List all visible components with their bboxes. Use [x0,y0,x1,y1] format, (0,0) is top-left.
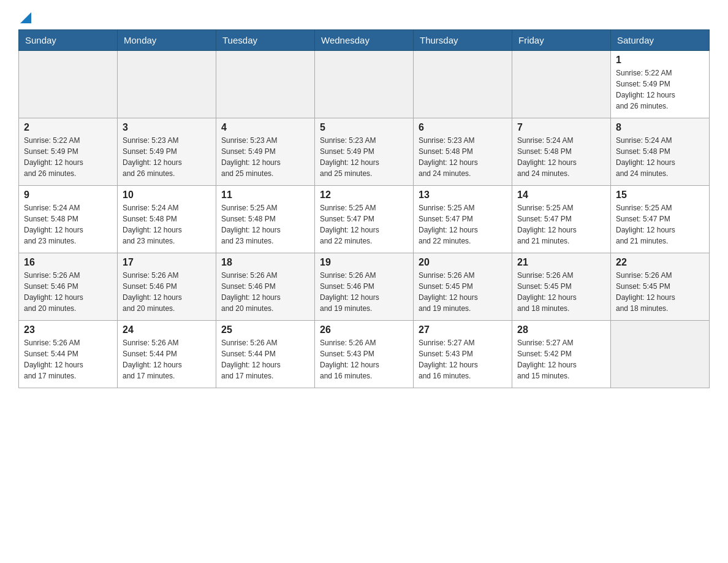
day-info: Sunrise: 5:23 AM Sunset: 5:49 PM Dayligh… [320,135,408,179]
day-number: 14 [517,190,605,201]
day-info: Sunrise: 5:24 AM Sunset: 5:48 PM Dayligh… [24,202,112,247]
calendar-cell: 26Sunrise: 5:26 AM Sunset: 5:43 PM Dayli… [315,321,414,388]
calendar-week-row: 9Sunrise: 5:24 AM Sunset: 5:48 PM Daylig… [19,186,710,253]
logo [18,12,31,23]
day-number: 5 [320,122,408,133]
day-info: Sunrise: 5:25 AM Sunset: 5:47 PM Dayligh… [616,202,704,247]
day-info: Sunrise: 5:26 AM Sunset: 5:46 PM Dayligh… [320,270,408,314]
calendar-cell: 23Sunrise: 5:26 AM Sunset: 5:44 PM Dayli… [19,321,118,388]
column-header-monday: Monday [118,30,216,51]
calendar-cell [118,51,216,118]
day-info: Sunrise: 5:23 AM Sunset: 5:48 PM Dayligh… [419,135,507,179]
calendar-cell: 18Sunrise: 5:26 AM Sunset: 5:46 PM Dayli… [216,253,315,321]
calendar-cell: 19Sunrise: 5:26 AM Sunset: 5:46 PM Dayli… [315,253,414,321]
logo-triangle-icon [20,12,31,23]
calendar-cell: 28Sunrise: 5:27 AM Sunset: 5:42 PM Dayli… [512,321,611,388]
day-number: 17 [123,257,211,268]
calendar-cell: 10Sunrise: 5:24 AM Sunset: 5:48 PM Dayli… [118,186,216,253]
calendar-cell: 9Sunrise: 5:24 AM Sunset: 5:48 PM Daylig… [19,186,118,253]
column-header-thursday: Thursday [414,30,512,51]
calendar-cell: 17Sunrise: 5:26 AM Sunset: 5:46 PM Dayli… [118,253,216,321]
day-number: 11 [221,190,309,201]
calendar-cell: 22Sunrise: 5:26 AM Sunset: 5:45 PM Dayli… [611,253,710,321]
day-info: Sunrise: 5:25 AM Sunset: 5:47 PM Dayligh… [320,202,408,247]
calendar-cell: 2Sunrise: 5:22 AM Sunset: 5:49 PM Daylig… [19,118,118,186]
calendar-week-row: 2Sunrise: 5:22 AM Sunset: 5:49 PM Daylig… [19,118,710,186]
column-header-wednesday: Wednesday [315,30,414,51]
day-number: 16 [24,257,112,268]
day-info: Sunrise: 5:23 AM Sunset: 5:49 PM Dayligh… [221,135,309,179]
calendar-cell: 21Sunrise: 5:26 AM Sunset: 5:45 PM Dayli… [512,253,611,321]
day-number: 9 [24,190,112,201]
day-info: Sunrise: 5:26 AM Sunset: 5:45 PM Dayligh… [616,270,704,314]
day-info: Sunrise: 5:26 AM Sunset: 5:45 PM Dayligh… [419,270,507,314]
day-number: 21 [517,257,605,268]
calendar-cell [414,51,512,118]
day-info: Sunrise: 5:26 AM Sunset: 5:46 PM Dayligh… [24,270,112,314]
day-info: Sunrise: 5:26 AM Sunset: 5:43 PM Dayligh… [320,337,408,381]
calendar-cell: 4Sunrise: 5:23 AM Sunset: 5:49 PM Daylig… [216,118,315,186]
day-info: Sunrise: 5:26 AM Sunset: 5:46 PM Dayligh… [123,270,211,314]
day-number: 24 [123,324,211,335]
day-number: 3 [123,122,211,133]
calendar-cell: 20Sunrise: 5:26 AM Sunset: 5:45 PM Dayli… [414,253,512,321]
day-info: Sunrise: 5:27 AM Sunset: 5:43 PM Dayligh… [419,337,507,381]
calendar-cell: 16Sunrise: 5:26 AM Sunset: 5:46 PM Dayli… [19,253,118,321]
day-number: 1 [616,55,704,66]
calendar-week-row: 23Sunrise: 5:26 AM Sunset: 5:44 PM Dayli… [19,321,710,388]
calendar-cell: 3Sunrise: 5:23 AM Sunset: 5:49 PM Daylig… [118,118,216,186]
day-info: Sunrise: 5:23 AM Sunset: 5:49 PM Dayligh… [123,135,211,179]
day-info: Sunrise: 5:26 AM Sunset: 5:44 PM Dayligh… [24,337,112,381]
day-number: 10 [123,190,211,201]
day-info: Sunrise: 5:24 AM Sunset: 5:48 PM Dayligh… [616,135,704,179]
calendar-table: SundayMondayTuesdayWednesdayThursdayFrid… [18,29,710,388]
day-number: 6 [419,122,507,133]
day-info: Sunrise: 5:26 AM Sunset: 5:44 PM Dayligh… [123,337,211,381]
calendar-header-row: SundayMondayTuesdayWednesdayThursdayFrid… [19,30,710,51]
day-number: 28 [517,324,605,335]
day-info: Sunrise: 5:27 AM Sunset: 5:42 PM Dayligh… [517,337,605,381]
calendar-cell: 8Sunrise: 5:24 AM Sunset: 5:48 PM Daylig… [611,118,710,186]
column-header-friday: Friday [512,30,611,51]
day-number: 25 [221,324,309,335]
calendar-cell: 12Sunrise: 5:25 AM Sunset: 5:47 PM Dayli… [315,186,414,253]
calendar-cell: 5Sunrise: 5:23 AM Sunset: 5:49 PM Daylig… [315,118,414,186]
calendar-cell [19,51,118,118]
day-number: 27 [419,324,507,335]
column-header-sunday: Sunday [19,30,118,51]
calendar-cell: 11Sunrise: 5:25 AM Sunset: 5:48 PM Dayli… [216,186,315,253]
day-number: 18 [221,257,309,268]
day-info: Sunrise: 5:24 AM Sunset: 5:48 PM Dayligh… [123,202,211,247]
calendar-week-row: 16Sunrise: 5:26 AM Sunset: 5:46 PM Dayli… [19,253,710,321]
column-header-tuesday: Tuesday [216,30,315,51]
day-info: Sunrise: 5:26 AM Sunset: 5:44 PM Dayligh… [221,337,309,381]
calendar-cell: 24Sunrise: 5:26 AM Sunset: 5:44 PM Dayli… [118,321,216,388]
day-info: Sunrise: 5:25 AM Sunset: 5:47 PM Dayligh… [517,202,605,247]
day-number: 7 [517,122,605,133]
day-info: Sunrise: 5:25 AM Sunset: 5:47 PM Dayligh… [419,202,507,247]
calendar-cell [611,321,710,388]
day-number: 19 [320,257,408,268]
calendar-cell [512,51,611,118]
day-number: 22 [616,257,704,268]
day-info: Sunrise: 5:22 AM Sunset: 5:49 PM Dayligh… [616,67,704,112]
calendar-cell [216,51,315,118]
calendar-cell: 14Sunrise: 5:25 AM Sunset: 5:47 PM Dayli… [512,186,611,253]
calendar-cell: 1Sunrise: 5:22 AM Sunset: 5:49 PM Daylig… [611,51,710,118]
calendar-cell: 27Sunrise: 5:27 AM Sunset: 5:43 PM Dayli… [414,321,512,388]
day-number: 2 [24,122,112,133]
day-number: 23 [24,324,112,335]
calendar-cell: 25Sunrise: 5:26 AM Sunset: 5:44 PM Dayli… [216,321,315,388]
calendar-cell [315,51,414,118]
calendar-cell: 7Sunrise: 5:24 AM Sunset: 5:48 PM Daylig… [512,118,611,186]
calendar-cell: 13Sunrise: 5:25 AM Sunset: 5:47 PM Dayli… [414,186,512,253]
day-number: 20 [419,257,507,268]
page-header [18,12,710,23]
day-info: Sunrise: 5:26 AM Sunset: 5:46 PM Dayligh… [221,270,309,314]
day-info: Sunrise: 5:24 AM Sunset: 5:48 PM Dayligh… [517,135,605,179]
day-number: 4 [221,122,309,133]
calendar-week-row: 1Sunrise: 5:22 AM Sunset: 5:49 PM Daylig… [19,51,710,118]
day-number: 26 [320,324,408,335]
day-number: 12 [320,190,408,201]
day-info: Sunrise: 5:25 AM Sunset: 5:48 PM Dayligh… [221,202,309,247]
